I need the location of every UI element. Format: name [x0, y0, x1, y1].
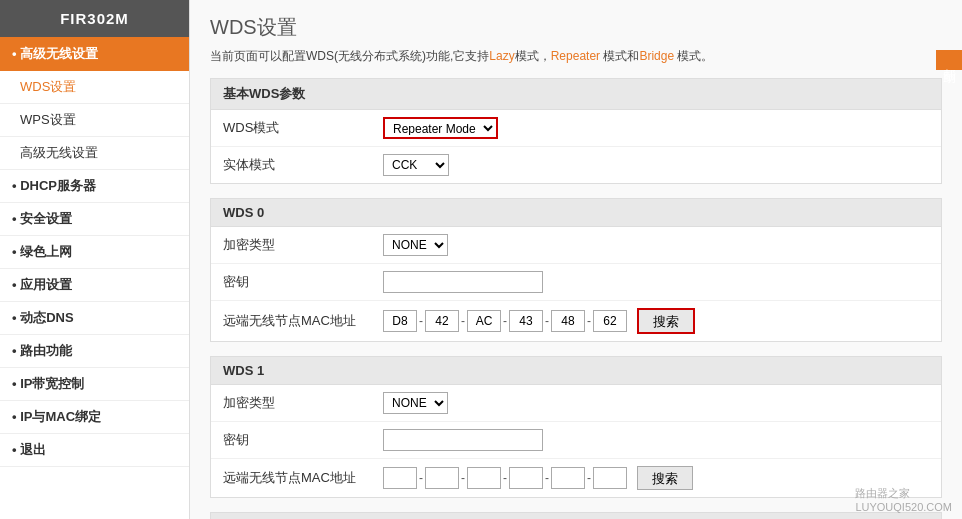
wds1-mac-3[interactable] [467, 467, 501, 489]
page-title: WDS设置 [190, 0, 962, 47]
wds1-key-label: 密钥 [223, 431, 383, 449]
watermark: 路由器之家 LUYOUQI520.COM [855, 486, 952, 513]
wds0-key-row: 密钥 [211, 264, 941, 301]
wds1-key-input[interactable] [383, 429, 543, 451]
wds-mode-row: WDS模式 Lazy Mode Repeater Mode Bridge Mod… [211, 110, 941, 147]
lazy-link[interactable]: Lazy [489, 49, 514, 63]
wds0-key-label: 密钥 [223, 273, 383, 291]
wds1-mac-2[interactable] [425, 467, 459, 489]
wds0-mac-label: 远端无线节点MAC地址 [223, 312, 383, 330]
sidebar-item-ddns[interactable]: 动态DNS [0, 302, 189, 335]
basic-wds-header: 基本WDS参数 [211, 79, 941, 110]
sidebar-item-ipmac[interactable]: IP与MAC绑定 [0, 401, 189, 434]
wds0-mac-group: - - - - - [383, 310, 627, 332]
sidebar-item-bandwidth[interactable]: IP带宽控制 [0, 368, 189, 401]
wds0-encrypt-row: 加密类型 NONE WEP WPA WPA2 [211, 227, 941, 264]
wds1-mac-5[interactable] [551, 467, 585, 489]
wds1-header: WDS 1 [211, 357, 941, 385]
wds0-key-control [383, 271, 543, 293]
sidebar-item-security[interactable]: 安全设置 [0, 203, 189, 236]
sidebar-item-advanced-wireless[interactable]: 高级无线设置 [0, 137, 189, 170]
entity-mode-row: 实体模式 CCK OFDM [211, 147, 941, 183]
entity-mode-select[interactable]: CCK OFDM [383, 154, 449, 176]
wds0-key-input[interactable] [383, 271, 543, 293]
wds1-mac-control: - - - - - 搜索 [383, 466, 693, 490]
wds1-key-row: 密钥 [211, 422, 941, 459]
page-description: 当前页面可以配置WDS(无线分布式系统)功能,它支持Lazy模式，Repeate… [190, 47, 962, 78]
wds1-panel: WDS 1 加密类型 NONE WEP WPA WPA2 密钥 远端无线节点MA… [210, 356, 942, 498]
wds0-encrypt-select[interactable]: NONE WEP WPA WPA2 [383, 234, 448, 256]
wds0-panel: WDS 0 加密类型 NONE WEP WPA WPA2 密钥 远端无线节点MA… [210, 198, 942, 342]
wds0-sep-5: - [587, 314, 591, 328]
wds0-header: WDS 0 [211, 199, 941, 227]
wds1-sep-4: - [545, 471, 549, 485]
wds0-mac-1[interactable] [383, 310, 417, 332]
wds2-panel: WDS 2 加密类型 NONE WEP WPA WPA2 密钥 远端无线节点MA… [210, 512, 942, 519]
wds1-key-control [383, 429, 543, 451]
wds0-mac-2[interactable] [425, 310, 459, 332]
wds0-mac-row: 远端无线节点MAC地址 - - - - - 搜索 [211, 301, 941, 341]
wds-mode-control: Lazy Mode Repeater Mode Bridge Mode [383, 117, 498, 139]
wds1-sep-5: - [587, 471, 591, 485]
wds0-sep-4: - [545, 314, 549, 328]
sidebar-item-wps[interactable]: WPS设置 [0, 104, 189, 137]
wds1-mac-label: 远端无线节点MAC地址 [223, 469, 383, 487]
entity-mode-label: 实体模式 [223, 156, 383, 174]
wds0-encrypt-label: 加密类型 [223, 236, 383, 254]
sidebar-item-app[interactable]: 应用设置 [0, 269, 189, 302]
wds0-sep-2: - [461, 314, 465, 328]
main-content: WDS设置 当前页面可以配置WDS(无线分布式系统)功能,它支持Lazy模式，R… [190, 0, 962, 519]
sidebar-section-active[interactable]: • 高级无线设置 [0, 37, 189, 71]
wds1-encrypt-label: 加密类型 [223, 394, 383, 412]
wds1-mac-4[interactable] [509, 467, 543, 489]
wds-mode-select[interactable]: Lazy Mode Repeater Mode Bridge Mode [383, 117, 498, 139]
sidebar-item-logout[interactable]: 退出 [0, 434, 189, 467]
wds1-encrypt-control: NONE WEP WPA WPA2 [383, 392, 448, 414]
wds-mode-label: WDS模式 [223, 119, 383, 137]
watermark-line1: 路由器之家 [855, 486, 952, 501]
wds1-encrypt-select[interactable]: NONE WEP WPA WPA2 [383, 392, 448, 414]
wds1-sep-1: - [419, 471, 423, 485]
sidebar-item-dhcp[interactable]: DHCP服务器 [0, 170, 189, 203]
wds0-mac-6[interactable] [593, 310, 627, 332]
wds0-mac-3[interactable] [467, 310, 501, 332]
sidebar-item-wds[interactable]: WDS设置 [0, 71, 189, 104]
repeater-link[interactable]: Repeater [551, 49, 600, 63]
wds0-mac-control: - - - - - 搜索 [383, 308, 695, 334]
wds0-sep-1: - [419, 314, 423, 328]
wds1-sep-3: - [503, 471, 507, 485]
basic-wds-panel: 基本WDS参数 WDS模式 Lazy Mode Repeater Mode Br… [210, 78, 942, 184]
wds0-sep-3: - [503, 314, 507, 328]
sidebar-item-routing[interactable]: 路由功能 [0, 335, 189, 368]
entity-mode-control: CCK OFDM [383, 154, 449, 176]
wds0-encrypt-control: NONE WEP WPA WPA2 [383, 234, 448, 256]
watermark-line2: LUYOUQI520.COM [855, 501, 952, 513]
wds0-mac-4[interactable] [509, 310, 543, 332]
wds1-encrypt-row: 加密类型 NONE WEP WPA WPA2 [211, 385, 941, 422]
wds2-header: WDS 2 [211, 513, 941, 519]
wds1-mac-row: 远端无线节点MAC地址 - - - - - 搜索 [211, 459, 941, 497]
wds1-search-button[interactable]: 搜索 [637, 466, 693, 490]
sidebar-item-green[interactable]: 绿色上网 [0, 236, 189, 269]
wds1-sep-2: - [461, 471, 465, 485]
bridge-link[interactable]: Bridge [639, 49, 674, 63]
sidebar-logo: FIR302M [0, 0, 189, 37]
wds1-mac-group: - - - - - [383, 467, 627, 489]
help-tab[interactable]: 帮助 [936, 50, 962, 70]
wds1-mac-6[interactable] [593, 467, 627, 489]
wds0-mac-5[interactable] [551, 310, 585, 332]
sidebar: FIR302M • 高级无线设置 WDS设置 WPS设置 高级无线设置 DHCP… [0, 0, 190, 519]
wds0-search-button[interactable]: 搜索 [637, 308, 695, 334]
wds1-mac-1[interactable] [383, 467, 417, 489]
